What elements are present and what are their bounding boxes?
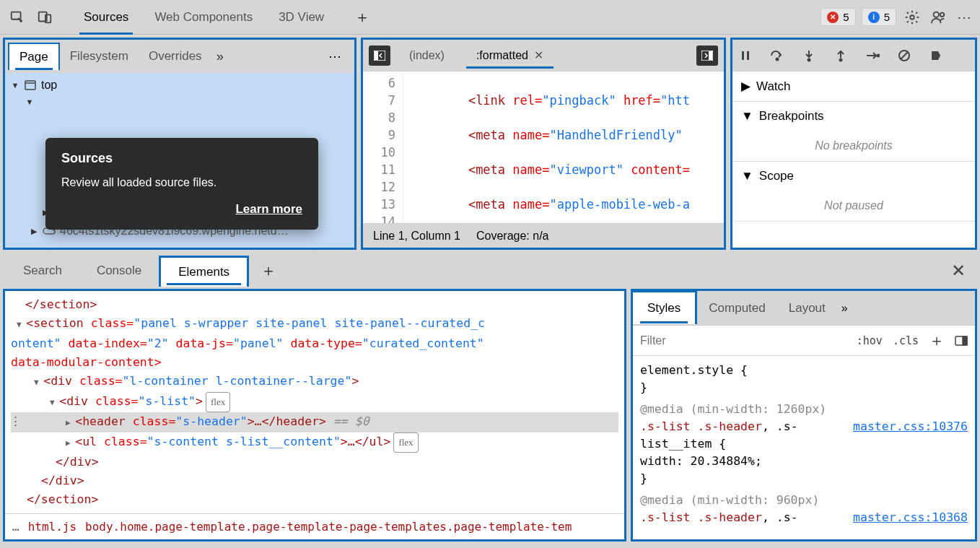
top-tabs: Sources Web Components 3D View ＋: [71, 0, 370, 34]
caret-down-icon: ▼: [34, 378, 43, 387]
flex-badge[interactable]: flex: [393, 432, 418, 453]
breadcrumb-overflow[interactable]: …: [12, 520, 19, 534]
caret-down-icon: ▼: [25, 97, 34, 106]
breakpoints-header[interactable]: ▼Breakpoints: [732, 102, 975, 131]
svg-point-4: [934, 12, 939, 17]
dom-tree[interactable]: </section> ▼ <section class="panel s-wra…: [5, 291, 624, 513]
svg-rect-0: [12, 12, 21, 19]
svg-rect-6: [25, 81, 35, 90]
show-navigator-icon[interactable]: [369, 45, 390, 66]
tab-styles[interactable]: Styles: [636, 295, 692, 321]
tab-3d-view[interactable]: 3D View: [266, 0, 337, 34]
tab-search[interactable]: Search: [6, 256, 79, 285]
page-panel-more-icon[interactable]: ⋯: [320, 48, 351, 64]
scope-section: ▼Scope Not paused: [732, 162, 975, 222]
svg-point-14: [776, 58, 779, 60]
editor-tab-index[interactable]: (index): [393, 43, 460, 68]
add-tab-button[interactable]: ＋: [354, 6, 370, 28]
account-icon[interactable]: [928, 7, 948, 27]
device-toggle-icon[interactable]: [33, 6, 56, 29]
errors-count: 5: [843, 11, 849, 23]
hov-toggle[interactable]: :hov: [857, 334, 883, 347]
step-out-icon[interactable]: [832, 47, 849, 64]
pause-icon[interactable]: [737, 47, 754, 64]
deactivate-breakpoints-icon[interactable]: [896, 47, 913, 64]
caret-down-icon: ▼: [741, 169, 753, 183]
svg-rect-21: [963, 336, 967, 345]
new-style-rule-icon[interactable]: ＋: [929, 330, 945, 352]
tab-web-components[interactable]: Web Components: [141, 0, 266, 34]
tab-page[interactable]: Page: [8, 43, 60, 70]
page-tabs: Page Filesystem Overrides » ⋯: [5, 40, 354, 73]
caret-down-icon: ▼: [741, 109, 753, 123]
settings-icon[interactable]: [902, 7, 922, 27]
elements-panel: </section> ▼ <section class="panel s-wra…: [3, 289, 626, 542]
debugger-sections: ▶Watch ▼Breakpoints No breakpoints ▼Scop…: [732, 71, 975, 248]
lower-panels: </section> ▼ <section class="panel s-wra…: [0, 289, 980, 544]
breadcrumb-item[interactable]: body.home.page-template.page-template-pa…: [85, 520, 572, 534]
step-icon[interactable]: [864, 47, 881, 64]
step-over-icon[interactable]: [769, 47, 786, 64]
caret-right-icon: ▶: [741, 79, 751, 94]
svg-point-16: [840, 58, 842, 61]
styles-filter-input[interactable]: [640, 334, 846, 347]
svg-line-19: [901, 52, 908, 59]
tab-layout[interactable]: Layout: [777, 295, 837, 321]
cls-toggle[interactable]: .cls: [893, 334, 919, 347]
upper-panels: Page Filesystem Overrides » ⋯ ▼ top ▼ ▶ …: [0, 35, 980, 253]
svg-rect-9: [375, 51, 378, 60]
debugger-toolbar: [732, 40, 975, 71]
tab-filesystem[interactable]: Filesystem: [60, 43, 139, 69]
tooltip-popup: Sources Review all loaded source files. …: [45, 138, 318, 230]
add-lower-tab-button[interactable]: ＋: [261, 260, 276, 282]
breadcrumb-item[interactable]: html.js: [28, 520, 76, 534]
messages-badge[interactable]: i5: [862, 8, 896, 26]
styles-tabs-overflow-icon[interactable]: »: [841, 302, 848, 315]
scope-header[interactable]: ▼Scope: [732, 162, 975, 191]
pause-on-exceptions-icon[interactable]: [927, 47, 945, 64]
svg-point-5: [940, 12, 945, 16]
styles-filter-row: :hov .cls ＋: [633, 326, 975, 356]
tab-sources[interactable]: Sources: [71, 0, 141, 34]
page-tabs-overflow-icon[interactable]: »: [216, 49, 224, 64]
styles-panel: Styles Computed Layout » :hov .cls ＋ ele…: [631, 289, 977, 542]
tab-console[interactable]: Console: [79, 256, 159, 285]
styles-sidebar-toggle-icon[interactable]: [955, 336, 968, 346]
tab-computed[interactable]: Computed: [697, 295, 776, 321]
close-drawer-icon[interactable]: ✕: [942, 261, 974, 281]
no-breakpoints-text: No breakpoints: [732, 131, 975, 161]
learn-more-link[interactable]: Learn more: [61, 202, 302, 217]
tab-overrides[interactable]: Overrides: [139, 43, 212, 69]
close-tab-icon[interactable]: ✕: [534, 48, 543, 62]
not-paused-text: Not paused: [732, 191, 975, 221]
flex-badge[interactable]: flex: [206, 392, 230, 412]
errors-badge[interactable]: ✕5: [821, 8, 855, 26]
watch-header[interactable]: ▶Watch: [732, 71, 975, 101]
show-debugger-icon[interactable]: [696, 45, 718, 66]
editor-tab-formatted[interactable]: :formatted✕: [460, 43, 559, 68]
inspect-icon[interactable]: [6, 6, 29, 29]
css-source-link[interactable]: master.css:10376: [853, 418, 968, 435]
tree-row-top[interactable]: ▼ top: [9, 76, 350, 95]
code-area[interactable]: 67891011121314 <link rel="pingback" href…: [363, 71, 724, 223]
tab-elements[interactable]: Elements: [159, 256, 249, 287]
svg-rect-12: [742, 51, 744, 60]
caret-down-icon: ▼: [17, 320, 26, 329]
editor-panel: (index) :formatted✕ 67891011121314 <link…: [361, 38, 726, 250]
code-lines: <link rel="pingback" href="htt <meta nam…: [403, 71, 724, 223]
top-right-controls: ✕5 i5 ⋯: [821, 7, 974, 27]
tree-row[interactable]: ▼: [9, 95, 350, 109]
debugger-panel: ▶Watch ▼Breakpoints No breakpoints ▼Scop…: [730, 38, 977, 250]
editor-status-bar: Line 1, Column 1 Coverage: n/a: [363, 223, 724, 248]
dom-breadcrumb[interactable]: … html.js body.home.page-template.page-t…: [5, 513, 624, 539]
styles-tabs: Styles Computed Layout »: [633, 291, 975, 326]
editor-tabs: (index) :formatted✕: [363, 40, 724, 71]
messages-count: 5: [884, 11, 890, 23]
css-source-link[interactable]: master.css:10368: [853, 509, 968, 526]
step-into-icon[interactable]: [800, 47, 818, 64]
watch-section: ▶Watch: [732, 71, 975, 102]
tooltip-title: Sources: [61, 151, 302, 166]
window-icon: [24, 80, 37, 90]
styles-rules[interactable]: element.style { } @media (min-width: 126…: [633, 356, 975, 539]
more-menu-icon[interactable]: ⋯: [954, 7, 974, 27]
